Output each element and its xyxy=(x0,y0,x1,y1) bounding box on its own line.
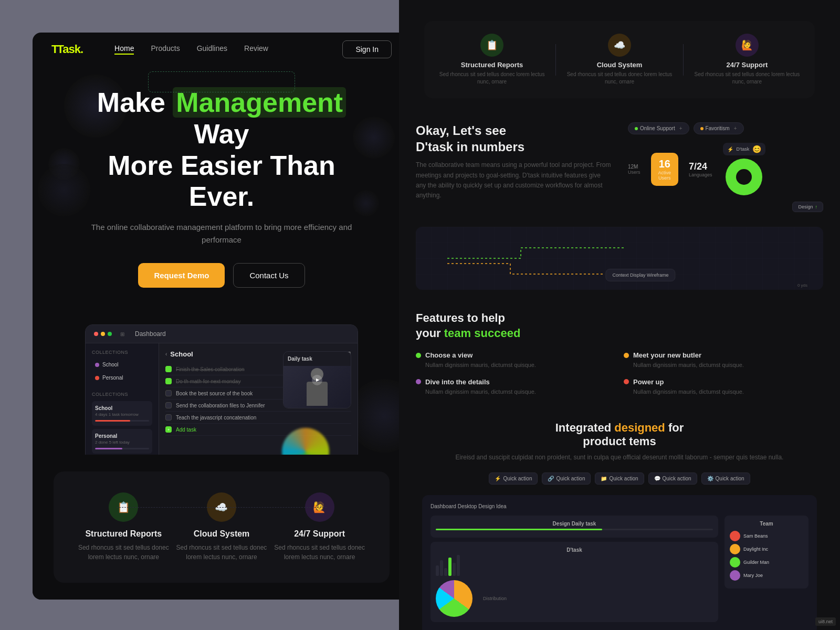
bar-2 xyxy=(440,560,443,576)
task-check-3[interactable] xyxy=(165,390,172,396)
collection-personal[interactable]: Personal 2 done 5 left today xyxy=(92,429,152,454)
rf-support-icon-circle: 🙋 xyxy=(736,34,759,57)
task-check-5[interactable] xyxy=(165,414,172,421)
active-label: ActiveUsers xyxy=(658,170,671,181)
dm-progress-bar xyxy=(436,529,713,530)
rf-cloud-icon: ☁️ xyxy=(614,39,625,51)
help-desc-3: Nullam dignissim mauris, dictumst quisqu… xyxy=(425,388,615,396)
help-item-1-row: Choose a view xyxy=(416,351,615,359)
dm-right: Team Sam Beans Daylight Inc Guilder Man xyxy=(724,516,808,626)
daily-task-card: Daily task ▶ xyxy=(283,351,351,408)
stats-row: 12M Users 16 ActiveUsers 7/24 Languages … xyxy=(628,143,823,195)
qa-chip-3[interactable]: 📁 Quick action xyxy=(595,472,644,485)
rf-divider-2 xyxy=(683,44,684,76)
task-check-2[interactable] xyxy=(165,378,172,384)
feature-cloud: ☁️ Cloud System Sed rhoncus sit sed tell… xyxy=(174,492,269,562)
nav-products[interactable]: Products xyxy=(151,44,180,55)
team-member-2: Daylight Inc xyxy=(730,544,803,554)
school-dot xyxy=(95,363,99,367)
help-desc-1: Nullam dignissim mauris, dictumst quisqu… xyxy=(425,361,615,369)
chip-dot-green xyxy=(635,127,638,130)
dot-green xyxy=(108,332,112,336)
request-demo-button[interactable]: Request Demo xyxy=(138,263,225,288)
task-text-2: Do th math for next monday xyxy=(176,379,240,384)
avatar-1 xyxy=(730,531,740,541)
support-title: 24/7 Support xyxy=(272,529,367,539)
team-member-1: Sam Beans xyxy=(730,531,803,541)
help-dot-2 xyxy=(624,353,629,358)
collection-school[interactable]: School 4 days 1 task tomorrow xyxy=(92,401,152,426)
task-check-4[interactable] xyxy=(165,402,172,408)
sidebar-school-label: School xyxy=(102,362,119,368)
task-row-5[interactable]: Teach the javascript concatenation xyxy=(165,412,351,424)
back-arrow[interactable]: ‹ xyxy=(165,351,167,357)
qa-icon-4: 💬 xyxy=(654,476,660,481)
design-chip-label: Design xyxy=(798,204,813,209)
personal-progress-bar xyxy=(95,448,149,449)
help-dot-4 xyxy=(624,379,629,384)
qa-chip-2[interactable]: 🔗 Quick action xyxy=(542,472,591,485)
brand-logo[interactable]: TTask. xyxy=(51,43,83,56)
cloud-title: Cloud System xyxy=(174,529,269,539)
qa-icon-2: 🔗 xyxy=(548,476,554,481)
help-title-4: Power up xyxy=(633,378,664,386)
collection-school-name: School xyxy=(95,405,149,411)
sidebar-personal[interactable]: Personal xyxy=(92,372,152,383)
qa-chip-5[interactable]: ⚙️ Quick action xyxy=(701,472,750,485)
cloud-desc: Sed rhoncus sit sed tellus donec lorem l… xyxy=(174,543,269,562)
stat-languages: 7/24 Languages xyxy=(689,161,712,177)
sign-in-button[interactable]: Sign In xyxy=(342,40,392,58)
features-grid: 📋 Structured Reports Sed rhoncus sit sed… xyxy=(54,471,390,583)
help-desc-2: Nullam dignissim mauris, dictumst quisqu… xyxy=(633,361,823,369)
reports-title: Structured Reports xyxy=(76,529,171,539)
bar-1 xyxy=(436,565,439,576)
nav-guidelines[interactable]: Guidlines xyxy=(197,44,227,55)
design-chip[interactable]: Design ↑ xyxy=(792,202,823,212)
pie-area: Distribution xyxy=(436,580,713,617)
qa-chip-1[interactable]: ⚡ Quick action xyxy=(489,472,538,485)
add-task-row[interactable]: + Add task xyxy=(165,424,351,436)
help-item-2: Meet your new butler Nullam dignissim ma… xyxy=(624,351,823,369)
hero-section: Make Management Way More Easier Than Eve… xyxy=(33,66,411,324)
pie-chart xyxy=(436,580,472,617)
rf-cloud-desc: Sed rhoncus sit sed tellus donec lorem l… xyxy=(564,71,675,86)
help-item-3: Dive into the details Nullam dignissim m… xyxy=(416,378,615,396)
play-button[interactable]: ▶ xyxy=(312,375,322,385)
collection-school-sub: 4 days 1 task tomorrow xyxy=(95,412,149,417)
active-users-val: 16 xyxy=(658,158,671,170)
qa-chip-4[interactable]: 💬 Quick action xyxy=(648,472,697,485)
integrated-title: Integrated designed forproduct tems xyxy=(416,421,823,448)
collection-personal-sub: 2 done 5 left today xyxy=(95,440,149,445)
online-support-chip[interactable]: Online Support + xyxy=(628,122,689,134)
workflow-preview: Context Display Wireframe 0 yds xyxy=(416,227,823,290)
chip-plus: + xyxy=(679,125,682,131)
collection-personal-name: Personal xyxy=(95,433,149,439)
favoritism-chip[interactable]: Favoritism + xyxy=(694,122,744,134)
integrated-section: Integrated designed forproduct tems Eire… xyxy=(399,408,840,630)
quick-actions-row: ⚡ Quick action 🔗 Quick action 📁 Quick ac… xyxy=(416,472,823,485)
dashboard-title: Dashboard xyxy=(135,330,166,338)
task-text-5: Teach the javascript concatenation xyxy=(176,415,256,421)
dm-title: Dashboard Desktop Design Idea xyxy=(430,503,507,509)
bar-3 xyxy=(444,568,447,576)
designed-accent: designed xyxy=(614,421,665,434)
task-check-1[interactable] xyxy=(165,366,172,372)
contact-us-button[interactable]: Contact Us xyxy=(233,263,304,288)
integrated-desc: Eireisd and suscipit culpidat non proide… xyxy=(416,453,823,462)
personal-dot xyxy=(95,376,99,380)
dot-yellow xyxy=(101,332,105,336)
right-features-bar: 📋 Structured Reports Sed rhoncus sit sed… xyxy=(424,21,815,98)
rf-cloud-title: Cloud System xyxy=(564,61,675,69)
rf-support-icon: 🙋 xyxy=(741,39,753,51)
pie-label: Distribution xyxy=(483,596,507,601)
nav-home[interactable]: Home xyxy=(114,44,134,55)
bar-5 xyxy=(453,563,456,576)
reports-desc: Sed rhoncus sit sed tellus donec lorem l… xyxy=(76,543,171,562)
sidebar-school[interactable]: School xyxy=(92,359,152,370)
help-item-4: Power up Nullam dignissim mauris, dictum… xyxy=(624,378,823,396)
rf-support-title: 24/7 Support xyxy=(692,61,802,69)
dtask-label: D'task xyxy=(737,146,750,152)
nav-review[interactable]: Review xyxy=(244,44,268,55)
numbers-visuals: Online Support + Favoritism + 12M Users … xyxy=(628,122,823,212)
rf-reports-desc: Sed rhoncus sit sed tellus donec lorem l… xyxy=(437,71,547,86)
